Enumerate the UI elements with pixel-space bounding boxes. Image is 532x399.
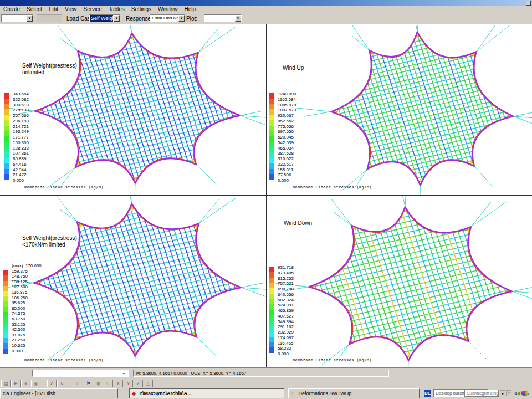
plot-caption: membrane Linear stresses (Kg/M) bbox=[293, 185, 372, 190]
scale-value: 775.056 bbox=[278, 124, 296, 130]
scale-value: 257.666 bbox=[13, 113, 29, 119]
scale-segment bbox=[4, 104, 9, 110]
scale-segment bbox=[269, 294, 274, 299]
plot-label: Plot: bbox=[186, 15, 197, 22]
menu-lines-icon[interactable]: ≡ bbox=[120, 371, 127, 376]
menu-item[interactable]: View bbox=[62, 6, 80, 13]
scale-segment bbox=[269, 331, 274, 337]
status-bar: ≡ W:-5.8600,-4.1667,0.0000 UCS: X=-5.860… bbox=[0, 367, 532, 378]
scale-segment bbox=[269, 337, 274, 342]
scale-segment bbox=[4, 152, 9, 158]
scale-value: 0.000 bbox=[278, 351, 294, 357]
menu-item[interactable]: Settings bbox=[128, 6, 155, 13]
plot-title: Self Weight(prestress)unlimited bbox=[22, 49, 77, 89]
snap-toolbar: ▤P●◉ ∠≈ ∟⚑ψ∟XYZ△ bbox=[0, 377, 532, 387]
scale-segment bbox=[269, 163, 274, 169]
menu-item[interactable]: Window bbox=[155, 6, 181, 13]
scale-value: 95.625 bbox=[12, 300, 42, 306]
language-indicator[interactable]: DE bbox=[424, 390, 431, 397]
scale-segment bbox=[269, 299, 274, 305]
menu-item[interactable]: Edit bbox=[45, 6, 62, 13]
scale-labels: 1240.0901162.5841085.0791007.573930.0678… bbox=[278, 91, 296, 183]
scale-value: 77.506 bbox=[278, 172, 296, 178]
load-case-select[interactable]: Self Weight ▼ bbox=[89, 14, 120, 22]
chevron-down-icon[interactable]: ▼ bbox=[235, 15, 241, 22]
scale-value: 10.625 bbox=[12, 343, 42, 349]
scale-value: 64.416 bbox=[13, 162, 29, 167]
scale-value: 53.125 bbox=[12, 322, 42, 328]
scale-segment bbox=[269, 326, 274, 331]
restore-icon[interactable]: □ bbox=[506, 390, 511, 396]
quick-combo[interactable]: ▼ bbox=[1, 14, 33, 22]
menu-bar: CreateSelectEditViewServiceTablesSetting… bbox=[0, 6, 532, 13]
app-icon: ◆ bbox=[132, 389, 138, 398]
color-scale: 931.718873.485815.253757.021698.788640.5… bbox=[269, 265, 294, 357]
scale-value: 1007.573 bbox=[278, 108, 296, 113]
scale-value: 116.875 bbox=[12, 290, 42, 295]
membrane-plot bbox=[267, 25, 532, 195]
chevron-down-icon[interactable]: ▼ bbox=[114, 15, 120, 22]
scale-value: 148.750 bbox=[12, 274, 42, 279]
scale-segment bbox=[269, 347, 274, 353]
viewport-wind-up[interactable]: Wind Up 1240.0901162.5841085.0791007.573… bbox=[267, 25, 532, 195]
scale-value: 815.253 bbox=[278, 276, 294, 282]
scale-value: 310.022 bbox=[278, 156, 296, 162]
scale-segment bbox=[269, 109, 274, 115]
scale-value: 31.875 bbox=[12, 332, 42, 338]
viewport-self-weight-unlimited[interactable]: Self Weight(prestress)unlimited 343.5543… bbox=[3, 25, 266, 195]
viewport-self-weight-limited[interactable]: Self Weight(prestress)<170kN/m limited (… bbox=[3, 196, 266, 367]
viewport-wind-down[interactable]: Wind Down 931.718873.485815.253757.02169… bbox=[267, 196, 532, 367]
title-bar[interactable]: 09004 Membrane Dilsberg\Mem.Var3b-Doc2DC… bbox=[0, 0, 532, 6]
chevron-down-icon[interactable]: ▾ bbox=[500, 390, 505, 396]
response-select[interactable]: Form Find Respor ▼ bbox=[150, 14, 185, 22]
scale-segment bbox=[269, 115, 274, 120]
scale-value: 63.750 bbox=[12, 316, 42, 322]
scale-segment bbox=[3, 307, 8, 312]
os-taskbar: cia Engineer - [BV Dilsb... ◆ I:\MaxSync… bbox=[0, 387, 532, 399]
minimize-button[interactable]: _ bbox=[526, 1, 531, 6]
scale-segment bbox=[4, 174, 9, 180]
task-button-maxsync[interactable]: ◆ I:\MaxSync\Archiv\A... bbox=[129, 388, 284, 398]
scale-segment bbox=[269, 310, 274, 315]
scale-segment bbox=[269, 304, 274, 310]
color-scale: 343.554322.082300.610279.138257.666236.1… bbox=[4, 91, 29, 183]
task-button-engineer[interactable]: cia Engineer - [BV Dilsb... bbox=[0, 388, 118, 398]
scale-value: 620.045 bbox=[278, 135, 296, 140]
scale-value: 138.125 bbox=[12, 279, 42, 285]
scale-segment bbox=[4, 120, 9, 126]
scale-value: 1240.090 bbox=[278, 91, 296, 97]
menu-item[interactable]: Create bbox=[0, 6, 23, 13]
command-input[interactable]: ≡ bbox=[32, 370, 129, 377]
scale-segment bbox=[269, 120, 274, 126]
scale-value: 279.138 bbox=[13, 108, 29, 113]
color-scale-bar bbox=[4, 93, 9, 180]
scale-segment bbox=[269, 104, 274, 110]
scale-value: 58.232 bbox=[278, 346, 294, 351]
scale-segment bbox=[269, 152, 274, 158]
scale-value: 214.721 bbox=[13, 124, 29, 130]
menu-item[interactable]: Help bbox=[181, 6, 200, 13]
tray-colorwheel-icon[interactable] bbox=[521, 391, 528, 396]
menu-item[interactable]: Select bbox=[23, 6, 45, 13]
readout-box bbox=[37, 14, 62, 22]
scale-segment bbox=[4, 163, 9, 169]
scale-segment bbox=[269, 136, 274, 142]
scale-value: 74.375 bbox=[12, 311, 42, 316]
plot-select[interactable]: ▼ bbox=[204, 14, 242, 22]
scale-segment bbox=[269, 321, 274, 326]
search-term-input[interactable]: Suchbegriff einge... bbox=[464, 390, 499, 397]
scale-segment bbox=[269, 147, 274, 153]
task-button-deformations[interactable]: Y Deformations SW+WUp... bbox=[288, 388, 420, 398]
scale-segment bbox=[269, 174, 274, 180]
scale-value: 524.091 bbox=[278, 303, 294, 308]
scale-value: 128.833 bbox=[13, 146, 29, 151]
scale-segment bbox=[3, 270, 8, 275]
menu-item[interactable]: Tables bbox=[105, 6, 128, 13]
color-scale-bar bbox=[3, 270, 8, 354]
scale-labels: 343.554322.082300.610279.138257.666236.1… bbox=[13, 91, 29, 183]
chevron-down-icon[interactable]: ▼ bbox=[27, 15, 33, 22]
scale-segment bbox=[269, 142, 274, 147]
menu-item[interactable]: Service bbox=[80, 6, 105, 13]
chevron-down-icon[interactable]: ▼ bbox=[178, 15, 185, 22]
scale-value: 116.465 bbox=[278, 341, 294, 346]
